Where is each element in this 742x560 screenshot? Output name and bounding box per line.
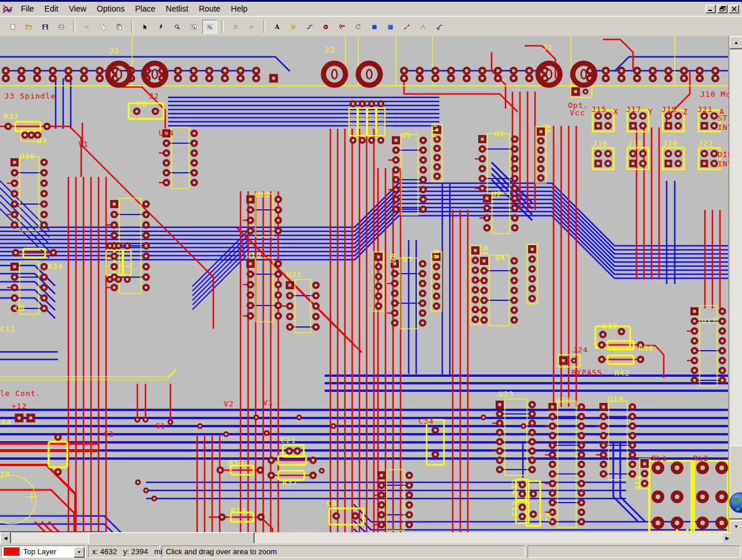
silkscreen-label: X2 — [544, 512, 552, 523]
silkscreen-label: U4 — [495, 253, 505, 262]
zoom-area-button[interactable] — [202, 20, 217, 34]
silkscreen-label: C34 — [419, 417, 434, 426]
silkscreen-label: G1 — [155, 421, 166, 430]
silkscreen-label: C13 — [510, 501, 519, 517]
pcb-canvas[interactable]: J3J2J1R32U9C6U16R34U8C12U13U10U21U5U1U2U… — [0, 36, 729, 532]
fill-icon — [371, 21, 378, 32]
menu-route[interactable]: Route — [194, 2, 225, 16]
place-copper-pour-button[interactable] — [383, 20, 398, 34]
place-via-button[interactable] — [318, 20, 333, 34]
layer-dropdown-arrow[interactable]: ▼ — [74, 547, 85, 558]
horizontal-scrollbar[interactable]: ◀ ▶ — [0, 532, 732, 543]
silkscreen-label: le Cont. — [0, 389, 41, 398]
place-angle-button[interactable] — [416, 20, 431, 34]
silkscreen-label: J17 — [626, 105, 641, 114]
route-interactive-button[interactable] — [432, 20, 447, 34]
menu-help[interactable]: Help — [225, 2, 253, 16]
route2-icon — [436, 21, 443, 32]
copy-button[interactable] — [96, 20, 111, 34]
layer-color-swatch — [3, 547, 20, 556]
select-button[interactable] — [137, 20, 152, 34]
pan-disabled-button[interactable] — [244, 20, 259, 34]
zoom-icon — [174, 21, 181, 32]
silkscreen-label: J10 Mo — [700, 90, 729, 99]
place-component-button[interactable] — [286, 20, 301, 34]
cursor-coordinates: x: 4632 y: 2394 mils — [88, 546, 159, 558]
silkscreen-label: J18 — [627, 139, 642, 148]
undo-disabled-button[interactable] — [228, 20, 243, 34]
restore-button[interactable] — [717, 5, 728, 13]
silkscreen-label: INV — [718, 123, 729, 132]
close-button[interactable] — [729, 5, 739, 13]
scroll-up-button[interactable]: ▲ — [729, 36, 742, 49]
horizontal-scroll-thumb[interactable] — [88, 532, 254, 544]
silkscreen-label: R6 — [388, 253, 397, 264]
save-button[interactable] — [38, 20, 53, 34]
menu-file[interactable]: File — [16, 2, 39, 16]
scrollbar-corner — [732, 532, 742, 543]
silkscreen-label: U5 — [401, 130, 412, 139]
place-fill-button[interactable] — [367, 20, 382, 34]
pour-icon — [387, 21, 394, 32]
right-arrow-icon: ▶ — [725, 536, 729, 541]
zoom-window-button[interactable] — [186, 20, 201, 34]
silkscreen-label: U9 — [37, 136, 48, 145]
place-pin-button[interactable] — [334, 20, 350, 34]
menu-options[interactable]: Options — [92, 2, 130, 16]
silkscreen-label: U18 — [555, 396, 570, 405]
zoom-button[interactable] — [170, 20, 185, 34]
menu-place[interactable]: Place — [130, 2, 161, 16]
vertical-scrollbar[interactable]: ▲ ▼ — [729, 36, 742, 532]
place-text-button[interactable]: A — [270, 20, 285, 34]
new-button[interactable] — [5, 20, 20, 34]
scroll-down-button[interactable]: ▼ — [729, 520, 742, 533]
silkscreen-label: R36 — [638, 344, 653, 352]
status-spare-panel — [528, 546, 741, 558]
silkscreen-label: C21 — [281, 436, 296, 445]
silkscreen-label: V1 — [78, 140, 89, 148]
silkscreen-label: V1 — [263, 398, 274, 407]
minimize-button[interactable] — [705, 5, 716, 13]
toolbar: ✂A — [0, 16, 742, 37]
place-arc-button[interactable] — [351, 20, 366, 34]
menu-edit[interactable]: Edit — [39, 2, 64, 16]
print-button[interactable] — [54, 20, 69, 34]
print-icon — [58, 21, 65, 32]
menu-bar: FileEditViewOptionsPlaceNetlistRouteHelp — [0, 2, 742, 16]
undo-icon — [232, 21, 239, 32]
silkscreen-label: Z — [683, 107, 688, 116]
paste-button[interactable] — [112, 20, 127, 34]
silkscreen-label: STP — [718, 114, 729, 122]
silkscreen-label: J2 — [325, 45, 335, 54]
cut-button[interactable]: ✂ — [79, 20, 94, 34]
open-button[interactable] — [21, 20, 37, 34]
menu-view[interactable]: View — [64, 2, 92, 16]
route-manual-button[interactable] — [302, 20, 317, 34]
edit-accel-button[interactable] — [154, 20, 169, 34]
vertical-scroll-track[interactable] — [729, 48, 742, 520]
silkscreen-label: X — [613, 107, 619, 116]
silkscreen-label: INV — [718, 159, 729, 168]
silkscreen-label: J3 Spindle — [5, 92, 56, 100]
menu-netlist[interactable]: Netlist — [161, 2, 194, 16]
status-bar: Top Layer ▼ x: 4632 y: 2394 mils Click a… — [0, 543, 742, 560]
silkscreen-label: R16 — [634, 475, 642, 490]
place-dimension-button[interactable] — [399, 20, 414, 34]
layer-selector[interactable]: Top Layer ▼ — [1, 546, 86, 558]
arc-icon — [355, 21, 362, 32]
silkscreen-label: J16 — [592, 139, 608, 148]
app-logo-icon — [2, 3, 13, 14]
restore-icon — [719, 6, 726, 12]
silkscreen-label: U2 — [492, 190, 502, 198]
workspace: J3J2J1R32U9C6U16R34U8C12U13U10U21U5U1U2U… — [0, 36, 742, 543]
silkscreen-label: J3 — [109, 46, 119, 55]
silkscreen-label: J2 — [149, 92, 159, 100]
silkscreen-label: G2 — [104, 430, 114, 438]
silkscreen-label: R38 — [228, 459, 243, 467]
minimize-icon — [708, 6, 714, 12]
silkscreen-label: BYPASS — [572, 368, 602, 377]
horizontal-scroll-track[interactable] — [10, 532, 722, 543]
silkscreen-label: A4 — [1, 418, 12, 427]
layer-name: Top Layer — [23, 547, 56, 556]
silkscreen-label: J19 — [661, 105, 676, 114]
